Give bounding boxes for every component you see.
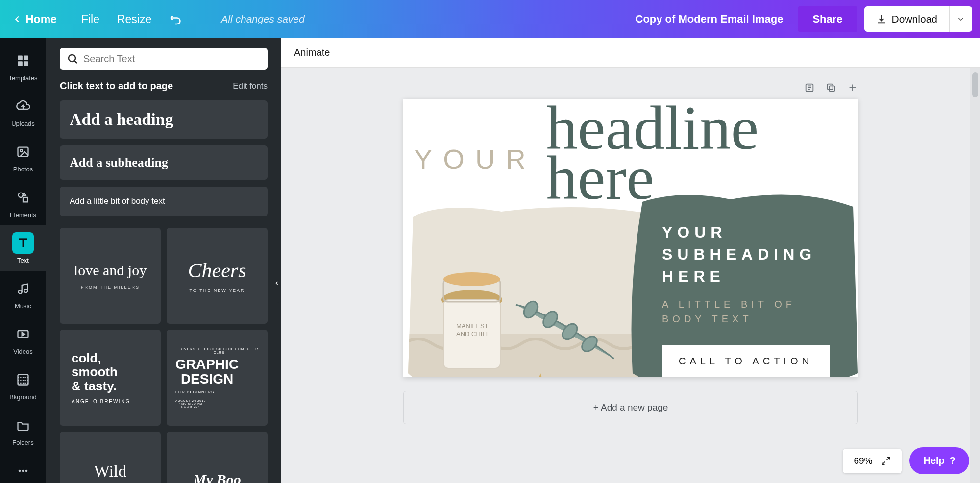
template-line: AUGUST 24 2019 4:30-6:00 PM ROOM 204 [175, 399, 206, 408]
text-template[interactable]: Cheers TO THE NEW YEAR [167, 228, 268, 324]
nav-photos[interactable]: Photos [0, 134, 46, 180]
nav-folders[interactable]: Folders [0, 408, 46, 453]
download-button[interactable]: Download [864, 6, 949, 32]
folders-icon [16, 418, 30, 432]
canvas-toolbar: Animate [281, 38, 980, 68]
music-icon [16, 282, 30, 295]
template-line: My Boo [193, 471, 241, 483]
nav-templates[interactable]: Templates [0, 43, 46, 89]
main: Templates Uploads Photos Elements Text M… [0, 38, 980, 483]
canvas-scroll[interactable]: YOUR headline here [281, 68, 980, 483]
template-line: SALE [89, 481, 132, 483]
file-menu[interactable]: File [81, 13, 99, 26]
panel-title: Click text to add to page [60, 80, 173, 92]
nav-text[interactable]: Text [0, 225, 46, 271]
svg-rect-1 [24, 56, 28, 60]
collapse-panel-button[interactable] [271, 264, 282, 303]
text-icon [16, 236, 30, 250]
question-icon: ? [950, 455, 956, 466]
body-text: A LITTLE BIT OF BODY TEXT [662, 297, 838, 326]
notes-button[interactable] [804, 82, 815, 95]
scrollbar-thumb[interactable] [972, 72, 978, 97]
svg-line-18 [74, 61, 77, 63]
svg-rect-21 [828, 84, 833, 90]
duplicate-page-button[interactable] [826, 82, 836, 95]
template-line: cold, smooth & tasty. [65, 351, 156, 393]
add-new-page[interactable]: + Add a new page [403, 391, 858, 424]
background-icon [16, 373, 30, 386]
left-nav: Templates Uploads Photos Elements Text M… [0, 38, 46, 483]
panel-header: Click text to add to page Edit fonts [60, 80, 268, 92]
template-line: GRAPHIC DESIGN [175, 357, 239, 386]
template-line: Wild [94, 462, 127, 481]
search-box[interactable] [60, 48, 268, 70]
help-label: Help [923, 455, 944, 466]
text-template[interactable]: Wild SALE [60, 432, 161, 483]
download-group: Download [864, 6, 972, 32]
vertical-scrollbar[interactable] [970, 68, 980, 483]
svg-line-38 [887, 457, 890, 460]
page-tools [403, 82, 858, 95]
svg-point-15 [22, 470, 24, 472]
svg-point-17 [69, 55, 75, 62]
nav-label: Elements [10, 211, 36, 218]
nav-elements[interactable]: Elements [0, 180, 46, 225]
sidepanel: Click text to add to page Edit fonts Add… [46, 38, 281, 483]
zoom-control[interactable]: 69% [843, 449, 902, 473]
undo-icon [169, 12, 184, 26]
nav-music[interactable]: Music [0, 271, 46, 316]
add-body-block[interactable]: Add a little bit of body text [60, 187, 268, 216]
edit-fonts-link[interactable]: Edit fonts [233, 81, 268, 91]
download-icon [876, 14, 887, 24]
add-subheading-block[interactable]: Add a subheading [60, 145, 268, 180]
text-template[interactable]: RIVERSIDE HIGH SCHOOL COMPUTER CLUB GRAP… [167, 330, 268, 426]
nav-label: Photos [13, 166, 33, 173]
text-template[interactable]: love and joy FROM THE MILLERS [60, 228, 161, 324]
text-template[interactable]: cold, smooth & tasty. ANGELO BREWING [60, 330, 161, 426]
home-button[interactable]: Home [5, 9, 64, 30]
home-label: Home [25, 13, 57, 26]
svg-point-6 [20, 149, 23, 152]
add-page-button[interactable] [847, 82, 858, 95]
help-button[interactable]: Help ? [909, 447, 969, 474]
chevron-left-icon [12, 14, 23, 24]
nav-uploads[interactable]: Uploads [0, 89, 46, 134]
svg-rect-20 [829, 86, 834, 91]
add-body-label: Add a little bit of body text [70, 196, 258, 206]
download-dropdown[interactable] [949, 6, 972, 32]
expand-icon[interactable] [881, 456, 891, 466]
sidepanel-wrap: Click text to add to page Edit fonts Add… [46, 38, 281, 483]
chevron-down-icon [956, 15, 965, 24]
templates-icon [16, 54, 30, 68]
share-button[interactable]: Share [798, 6, 857, 32]
download-label: Download [892, 13, 937, 25]
text-template[interactable]: My Boo [167, 432, 268, 483]
canvas-area: Animate YOUR headline here [281, 38, 980, 483]
template-line: love and joy [74, 262, 147, 279]
document-title[interactable]: Copy of Modern Email Image [636, 13, 784, 25]
svg-point-14 [19, 470, 21, 472]
nav-background[interactable]: Bkground [0, 362, 46, 408]
template-line: TO THE NEW YEAR [189, 288, 245, 293]
nav-more[interactable]: More [0, 453, 46, 483]
undo-button[interactable] [169, 12, 184, 26]
cta-button[interactable]: CALL TO ACTION [662, 345, 830, 377]
topbar: Home File Resize All changes saved Copy … [0, 0, 980, 38]
zoom-value: 69% [854, 456, 872, 466]
template-line: FOR BEGINNERS [175, 390, 214, 394]
resize-menu[interactable]: Resize [117, 13, 151, 26]
notes-icon [804, 82, 815, 93]
animate-button[interactable]: Animate [294, 47, 330, 58]
photos-icon [16, 145, 30, 159]
nav-videos[interactable]: Videos [0, 316, 46, 362]
svg-line-39 [882, 461, 885, 464]
search-input[interactable] [83, 53, 261, 65]
svg-rect-0 [18, 56, 23, 60]
add-heading-block[interactable]: Add a heading [60, 100, 268, 139]
nav-label: Text [17, 257, 29, 264]
subheading-block[interactable]: YOUR SUBHEADING HERE A LITTLE BIT OF BOD… [662, 221, 838, 377]
design-page[interactable]: YOUR headline here [403, 99, 858, 377]
subheading-text: YOUR SUBHEADING HERE [662, 221, 838, 287]
svg-rect-2 [18, 61, 23, 66]
nav-label: Folders [12, 439, 33, 446]
